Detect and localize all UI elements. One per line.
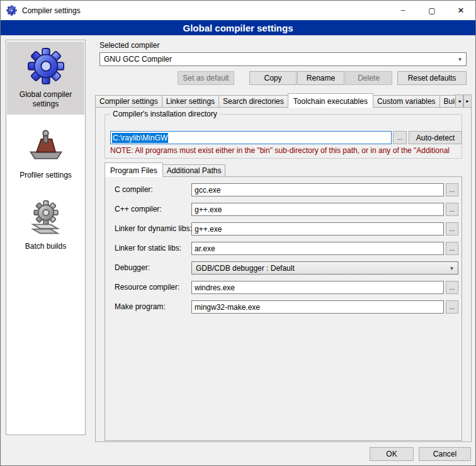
cancel-button[interactable]: Cancel [419,447,471,461]
sidebar-item-label: Global compiler settings [8,90,83,109]
bin-note-text: NOTE: All programs must exist either in … [110,146,458,155]
cpp-compiler-browse-button[interactable]: ... [446,203,458,216]
settings-sidebar: Global compiler settings Profiler settin… [6,40,86,435]
tab-scroll-right-icon[interactable]: ► [463,94,472,108]
field-row-dynamic-linker: Linker for dynamic libs: ... [105,222,462,236]
debugger-value: GDB/CDB debugger : Default [196,264,295,273]
tab-scroll-left-icon[interactable]: ◄ [455,94,463,108]
titlebar: Compiler settings ─ ▢ ✕ [1,1,475,20]
resource-compiler-input[interactable] [191,281,444,294]
batch-builds-icon [27,200,65,237]
sidebar-item-label: Profiler settings [20,171,72,180]
resource-compiler-browse-button[interactable]: ... [446,281,458,294]
field-row-static-linker: Linker for static libs: ... [105,242,462,255]
directory-browse-button[interactable]: ... [393,131,407,144]
cpp-compiler-label: C++ compiler: [115,205,162,213]
c-compiler-browse-button[interactable]: ... [446,183,458,196]
copy-button[interactable]: Copy [249,71,297,85]
selected-compiler-label: Selected compiler [99,41,159,50]
tab-linker-settings[interactable]: Linker settings [162,95,219,108]
selected-compiler-dropdown[interactable]: GNU GCC Compiler ▾ [99,52,467,66]
toolchain-executables-panel: Compiler's installation directory C:\ray… [95,107,472,442]
maximize-button[interactable]: ▢ [417,1,446,20]
main-tabstrip: Compiler settings Linker settings Search… [95,93,455,108]
sidebar-item-global-compiler-settings[interactable]: Global compiler settings [7,42,84,115]
set-as-default-button[interactable]: Set as default [178,71,234,85]
window-title: Compiler settings [22,6,81,15]
groupbox-label: Compiler's installation directory [110,110,220,118]
tab-custom-variables[interactable]: Custom variables [373,95,440,108]
static-linker-label: Linker for static libs: [115,244,181,253]
auto-detect-button[interactable]: Auto-detect [409,131,462,144]
c-compiler-input[interactable] [191,183,444,196]
program-files-tabstrip: Program Files Additional Paths [105,162,457,177]
ok-button[interactable]: OK [370,447,414,461]
dynamic-linker-browse-button[interactable]: ... [446,222,458,236]
field-row-make-program: Make program: ... [105,300,462,314]
resource-compiler-label: Resource compiler: [115,283,179,292]
compiler-settings-window: Compiler settings ─ ▢ ✕ Global compiler … [0,0,476,466]
field-row-c-compiler: C compiler: ... [105,183,462,196]
reset-defaults-button[interactable]: Reset defaults [397,71,467,85]
selected-compiler-value: GNU GCC Compiler [104,55,172,64]
sidebar-item-batch-builds[interactable]: Batch builds [7,195,84,257]
debugger-select[interactable]: GDB/CDB debugger : Default ▾ [191,261,458,275]
field-row-cpp-compiler: C++ compiler: ... [105,203,462,216]
dialog-banner: Global compiler settings [1,20,475,35]
dynamic-linker-input[interactable] [191,222,444,236]
rename-button[interactable]: Rename [297,71,344,85]
dynamic-linker-label: Linker for dynamic libs: [115,224,192,233]
field-row-debugger: Debugger: GDB/CDB debugger : Default ▾ [105,261,462,275]
tab-build-options[interactable]: Build options [439,95,455,108]
window-controls: ─ ▢ ✕ [388,1,475,20]
cpp-compiler-input[interactable] [191,203,444,216]
close-button[interactable]: ✕ [446,1,475,20]
subtab-program-files[interactable]: Program Files [105,162,163,177]
chevron-down-icon: ▾ [455,53,465,65]
make-program-label: Make program: [115,302,166,311]
make-program-browse-button[interactable]: ... [446,300,458,314]
tab-toolchain-executables[interactable]: Toolchain executables [288,93,373,108]
field-row-resource-compiler: Resource compiler: ... [105,281,462,294]
static-linker-browse-button[interactable]: ... [446,242,458,255]
minimize-button[interactable]: ─ [388,1,417,20]
chevron-down-icon: ▾ [447,262,456,274]
app-gear-icon [6,5,17,16]
installation-directory-input[interactable]: C:\raylib\MinGW [110,131,392,144]
delete-button[interactable]: Delete [345,71,392,85]
make-program-input[interactable] [191,300,444,314]
sidebar-item-label: Batch builds [25,242,66,251]
tab-compiler-settings[interactable]: Compiler settings [95,95,162,108]
static-linker-input[interactable] [191,242,444,255]
selected-directory-text: C:\raylib\MinGW [112,133,168,143]
installation-directory-groupbox: Compiler's installation directory C:\ray… [105,114,462,159]
sidebar-item-profiler-settings[interactable]: Profiler settings [7,123,84,186]
debugger-label: Debugger: [115,263,150,272]
program-files-panel: C compiler: ... C++ compiler: ... Linker… [105,176,462,441]
global-compiler-gear-icon [26,47,65,86]
c-compiler-label: C compiler: [115,185,153,194]
subtab-additional-paths[interactable]: Additional Paths [162,164,226,177]
tab-search-directories[interactable]: Search directories [218,95,288,108]
profiler-icon [27,128,65,166]
